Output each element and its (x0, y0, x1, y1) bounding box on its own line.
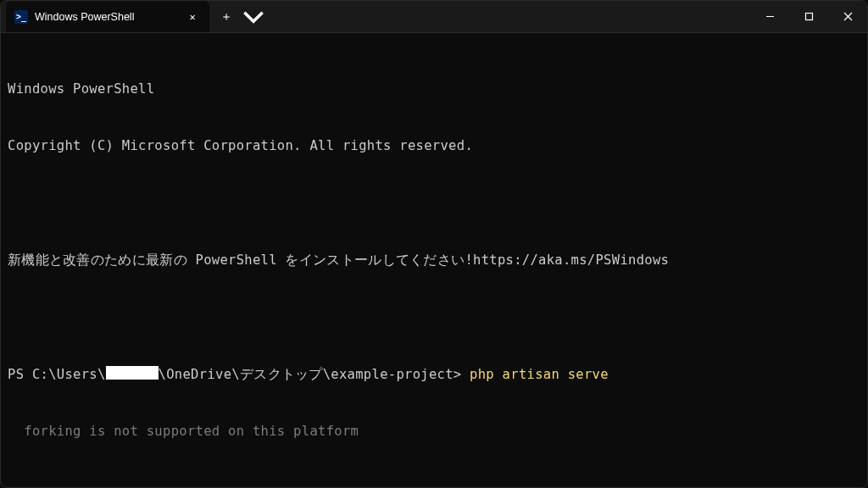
tabs-area: >_ Windows PowerShell ✕ ＋ (1, 1, 267, 32)
ps-copyright: Copyright (C) Microsoft Corporation. All… (8, 136, 860, 155)
new-tab-button[interactable]: ＋ (213, 3, 240, 30)
tab-powershell[interactable]: >_ Windows PowerShell ✕ (6, 1, 209, 32)
redacted-username (106, 366, 159, 380)
terminal-output[interactable]: Windows PowerShell Copyright (C) Microso… (1, 33, 867, 488)
close-tab-icon[interactable]: ✕ (186, 10, 199, 24)
ps-update-msg: 新機能と改善のために最新の PowerShell をインストールしてください!h… (8, 251, 860, 269)
close-window-button[interactable] (828, 1, 867, 32)
svg-rect-1 (805, 14, 812, 20)
tab-title: Windows PowerShell (35, 11, 179, 23)
ps-header: Windows PowerShell (8, 80, 860, 98)
prompt-line: PS C:\Users\\OneDrive\デスクトップ\example-pro… (8, 365, 860, 384)
powershell-icon: >_ (14, 10, 28, 24)
window-controls (750, 1, 867, 32)
maximize-button[interactable] (789, 1, 828, 32)
tabs-dropdown-icon[interactable] (240, 3, 267, 30)
warn-line: forking is not supported on this platfor… (8, 422, 860, 441)
title-bar: >_ Windows PowerShell ✕ ＋ (1, 1, 867, 33)
command: php artisan serve (470, 367, 609, 382)
minimize-button[interactable] (750, 1, 789, 32)
